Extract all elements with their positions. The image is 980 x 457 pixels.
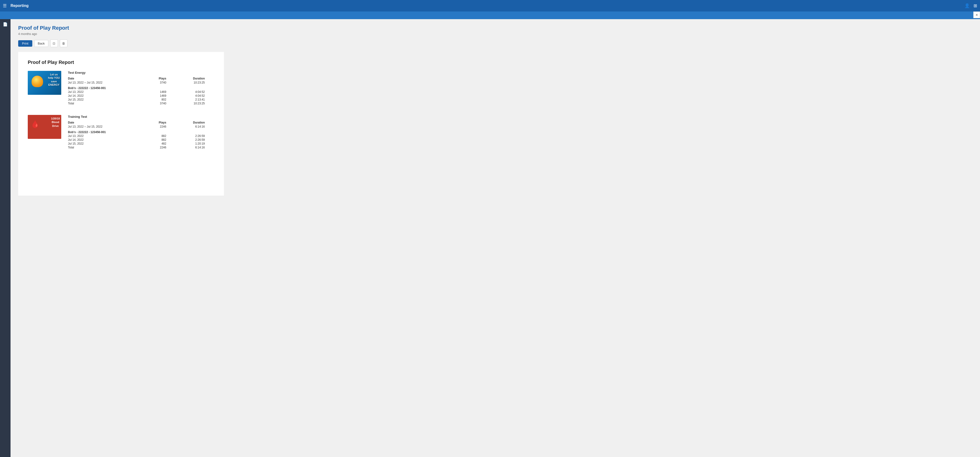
- blood-total-duration-sum: 6:14:16: [176, 146, 215, 150]
- blood-total-label: Total: [68, 146, 145, 150]
- top-nav: ☰ Reporting 👤 ⊞ ✕: [0, 0, 980, 11]
- energy-section-title: Test Energy: [68, 71, 215, 75]
- report-item-energy: Let ushelp YOUsaveENERGY Test Energy Dat…: [28, 71, 215, 105]
- app-title: Reporting: [11, 3, 29, 8]
- energy-row1-duration: 4:04:52: [176, 94, 215, 98]
- blood-col-header-duration: Duration: [176, 120, 215, 125]
- energy-thumbnail-text: Let ushelp YOUsaveENERGY: [48, 73, 60, 86]
- nav-right: 👤 ⊞: [964, 3, 977, 8]
- hamburger-icon[interactable]: ☰: [3, 3, 7, 8]
- blood-row1-duration: 2:26:59: [176, 138, 215, 142]
- blood-data: Training Test Date Plays Duration Jul 13…: [68, 115, 215, 150]
- sidebar-doc-icon[interactable]: 📄: [3, 22, 8, 27]
- page-subtitle: 4 months ago: [18, 32, 972, 36]
- col-header-date: Date: [68, 76, 145, 81]
- energy-row1-plays: 1469: [145, 94, 176, 98]
- energy-row0-date: Jul 13, 2022: [68, 90, 145, 94]
- sidebar: 📄: [0, 19, 11, 457]
- print-button[interactable]: Print: [18, 40, 32, 47]
- energy-row0-duration: 4:04:52: [176, 90, 215, 94]
- delete-button[interactable]: 🗑: [60, 40, 67, 47]
- layout: 📄 Proof of Play Report 4 months ago Prin…: [0, 19, 980, 457]
- blood-drop-icon: 🩸: [31, 119, 39, 129]
- col-header-duration: Duration: [176, 76, 215, 81]
- energy-device-label: Bob's - 222222 - 123456-001: [68, 84, 215, 90]
- energy-total-plays-sum: 3740: [145, 102, 176, 105]
- blood-col-header-date: Date: [68, 120, 145, 125]
- blood-row0-duration: 2:26:59: [176, 134, 215, 138]
- blood-section-title: Training Test: [68, 115, 215, 118]
- col-header-plays: Plays: [145, 76, 176, 81]
- blood-row1-plays: 882: [145, 138, 176, 142]
- blood-thumbnail-text: 1/20/18BloodDrive: [51, 117, 60, 128]
- table-row: Jul 14, 2022 1469 4:04:52: [68, 94, 215, 98]
- table-row: Jul 15, 2022 482 1:20:19: [68, 142, 215, 146]
- energy-row2-plays: 802: [145, 98, 176, 102]
- export-button[interactable]: ⊡: [50, 40, 58, 47]
- energy-thumbnail: Let ushelp YOUsaveENERGY: [28, 71, 61, 95]
- report-item-blood: 🩸 1/20/18BloodDrive Training Test Date P…: [28, 115, 215, 150]
- energy-table: Date Plays Duration Jul 13, 2022 – Jul 1…: [68, 76, 215, 105]
- bulb-icon: [32, 76, 43, 87]
- blood-total-duration-header: 6:14:16: [176, 125, 215, 129]
- blood-table: Date Plays Duration Jul 13, 2022 – Jul 1…: [68, 120, 215, 150]
- energy-row2-duration: 2:13:41: [176, 98, 215, 102]
- sub-nav: [0, 11, 980, 19]
- blood-total-row: Total 2246 6:14:16: [68, 146, 215, 150]
- blood-row2-date: Jul 15, 2022: [68, 142, 145, 146]
- energy-total-duration-header: 10:23:25: [176, 81, 215, 84]
- report-title: Proof of Play Report: [28, 60, 215, 65]
- page-title: Proof of Play Report: [18, 25, 972, 31]
- blood-row2-plays: 482: [145, 142, 176, 146]
- energy-total-duration-sum: 10:23:25: [176, 102, 215, 105]
- energy-row2-date: Jul 15, 2022: [68, 98, 145, 102]
- blood-row0-date: Jul 13, 2022: [68, 134, 145, 138]
- blood-date-range: Jul 13, 2022 – Jul 15, 2022: [68, 125, 145, 129]
- table-row: Jul 15, 2022 802 2:13:41: [68, 98, 215, 102]
- apps-icon[interactable]: ⊞: [974, 3, 977, 8]
- report-paper: Proof of Play Report Let ushelp YOUsaveE…: [18, 52, 224, 196]
- energy-total-plays-header: 3740: [145, 81, 176, 84]
- energy-row1-date: Jul 14, 2022: [68, 94, 145, 98]
- blood-thumbnail: 🩸 1/20/18BloodDrive: [28, 115, 61, 139]
- blood-col-header-plays: Plays: [145, 120, 176, 125]
- back-button[interactable]: Back: [34, 40, 48, 47]
- energy-date-range: Jul 13, 2022 – Jul 15, 2022: [68, 81, 145, 84]
- energy-total-row: Total 3740 10:23:25: [68, 102, 215, 105]
- blood-row0-plays: 882: [145, 134, 176, 138]
- table-row: Jul 14, 2022 882 2:26:59: [68, 138, 215, 142]
- main-content: Proof of Play Report 4 months ago Print …: [11, 19, 980, 457]
- blood-row2-duration: 1:20:19: [176, 142, 215, 146]
- blood-total-plays-header: 2246: [145, 125, 176, 129]
- blood-row1-date: Jul 14, 2022: [68, 138, 145, 142]
- blood-device-label: Bob's - 222222 - 123456-001: [68, 129, 215, 134]
- close-button[interactable]: ✕: [973, 11, 980, 18]
- user-icon[interactable]: 👤: [964, 3, 970, 8]
- energy-total-label: Total: [68, 102, 145, 105]
- toolbar: Print Back ⊡ 🗑: [18, 40, 972, 47]
- table-row: Jul 13, 2022 882 2:26:59: [68, 134, 215, 138]
- energy-data: Test Energy Date Plays Duration Jul 13, …: [68, 71, 215, 105]
- blood-total-plays-sum: 2246: [145, 146, 176, 150]
- table-row: Jul 13, 2022 1469 4:04:52: [68, 90, 215, 94]
- nav-left: ☰ Reporting: [3, 3, 29, 8]
- energy-row0-plays: 1469: [145, 90, 176, 94]
